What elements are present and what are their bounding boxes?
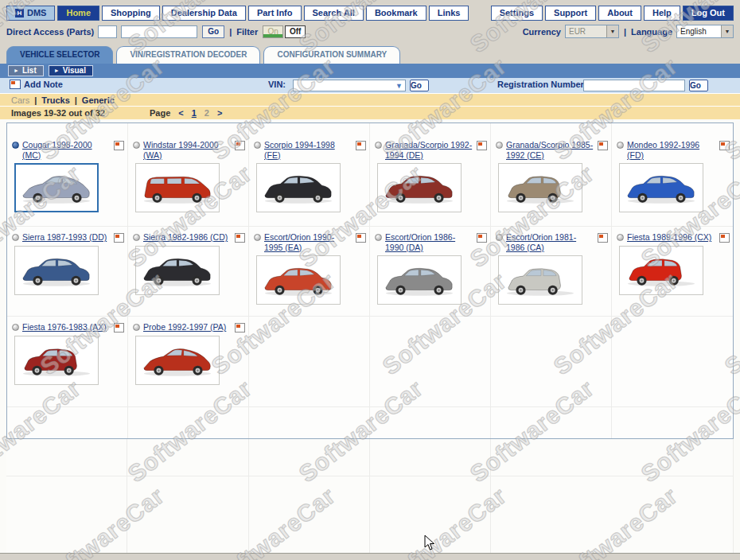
note-icon[interactable]: [719, 141, 730, 150]
note-icon[interactable]: [114, 233, 124, 243]
nav-dealership-data-button[interactable]: Dealership Data: [162, 6, 246, 21]
vehicle-link[interactable]: Windstar 1994-2000 (WA): [143, 140, 232, 160]
direct-access-go-button[interactable]: Go: [202, 25, 224, 38]
vehicle-thumbnail[interactable]: [619, 163, 703, 212]
registration-number-input[interactable]: [583, 80, 685, 91]
vehicle-link[interactable]: Sierra 1982-1986 (CD): [143, 232, 232, 243]
chevron-down-icon[interactable]: ▼: [721, 25, 733, 37]
chevron-down-icon[interactable]: ▼: [606, 25, 618, 37]
direct-access-input-1[interactable]: [98, 25, 117, 38]
car-image-sedan: [380, 166, 458, 209]
registration-go-button[interactable]: Go: [689, 80, 708, 91]
page-1-link[interactable]: 1: [192, 108, 197, 118]
nav-links-button[interactable]: Links: [429, 6, 469, 21]
note-icon[interactable]: [356, 233, 366, 243]
category-generic-link[interactable]: Generic: [82, 95, 115, 105]
vehicle-thumbnail[interactable]: [135, 246, 220, 295]
tab-configuration-summary[interactable]: CONFIGURATION SUMMARY: [263, 46, 400, 64]
vehicle-radio[interactable]: [254, 142, 261, 149]
nav-shopping-button[interactable]: Shopping: [102, 6, 160, 21]
vehicle-link[interactable]: Scorpio 1994-1998 (FE): [264, 140, 352, 160]
language-select[interactable]: English ▼: [676, 25, 734, 38]
vehicle-thumbnail[interactable]: [14, 336, 99, 385]
vehicle-radio[interactable]: [617, 234, 624, 241]
tab-vin-registration-decoder[interactable]: VIN/REGISTRATION DECODER: [116, 46, 260, 64]
vehicle-radio[interactable]: [496, 234, 503, 241]
vehicle-radio[interactable]: [12, 234, 19, 241]
vehicle-link[interactable]: Cougar 1998-2000 (MC): [22, 140, 111, 160]
note-icon[interactable]: [719, 233, 730, 243]
page-next-link[interactable]: >: [217, 108, 222, 118]
note-icon[interactable]: [477, 141, 487, 150]
vehicle-thumbnail[interactable]: [498, 255, 582, 305]
vehicle-radio[interactable]: [254, 234, 261, 241]
empty-cell: [7, 407, 128, 439]
nav-home-button[interactable]: Home: [57, 6, 99, 21]
note-icon[interactable]: [114, 141, 124, 150]
nav-search-all-button[interactable]: Search All: [304, 6, 364, 21]
vehicle-radio[interactable]: [375, 142, 382, 149]
vehicle-thumbnail[interactable]: [135, 163, 220, 212]
nav-settings-button[interactable]: Settings: [491, 6, 543, 21]
vehicle-radio[interactable]: [12, 324, 19, 331]
vehicle-thumbnail[interactable]: [619, 246, 703, 295]
nav-part-info-button[interactable]: Part Info: [248, 6, 302, 21]
vehicle-thumbnail[interactable]: [256, 255, 341, 305]
note-icon[interactable]: [598, 233, 608, 243]
visual-view-button[interactable]: ► Visual: [49, 65, 93, 76]
nav-dms-button[interactable]: H DMS: [6, 6, 55, 21]
nav-help-button[interactable]: Help: [644, 6, 680, 21]
vehicle-link[interactable]: Fiesta 1976-1983 (AX): [22, 322, 111, 332]
vehicle-thumbnail[interactable]: [498, 163, 582, 212]
add-note-button[interactable]: Add Note: [10, 80, 63, 89]
note-icon[interactable]: [114, 323, 124, 332]
vehicle-radio[interactable]: [12, 142, 19, 149]
vehicle-link[interactable]: Sierra 1987-1993 (DD): [22, 232, 111, 243]
vehicle-radio[interactable]: [617, 142, 624, 149]
vehicle-radio[interactable]: [133, 142, 140, 149]
category-trucks-link[interactable]: Trucks: [41, 95, 69, 105]
vehicle-thumbnail[interactable]: [135, 336, 220, 385]
vehicle-link[interactable]: Escort/Orion 1981-1986 (CA): [506, 232, 594, 252]
nav-bookmark-button[interactable]: Bookmark: [366, 6, 426, 21]
vehicle-radio[interactable]: [133, 324, 140, 331]
nav-about-button[interactable]: About: [598, 6, 641, 21]
vehicle-radio[interactable]: [496, 142, 503, 149]
filter-off-button[interactable]: Off: [285, 25, 306, 38]
note-icon[interactable]: [235, 233, 245, 243]
vehicle-radio[interactable]: [375, 234, 382, 241]
vehicle-link[interactable]: Mondeo 1992-1996 (FD): [627, 140, 716, 160]
note-icon[interactable]: [598, 141, 608, 150]
registration-number-label: Registration Number:: [497, 80, 586, 89]
note-icon[interactable]: [477, 233, 487, 243]
vin-select[interactable]: ▼: [293, 80, 406, 91]
vehicle-thumbnail[interactable]: [377, 163, 462, 212]
vehicle-thumbnail[interactable]: [14, 163, 99, 212]
currency-value: EUR: [566, 27, 606, 36]
page-prev-link[interactable]: <: [178, 108, 183, 118]
note-icon[interactable]: [356, 141, 366, 150]
vehicle-link[interactable]: Granada/Scorpio 1985-1992 (CE): [506, 140, 594, 160]
vin-go-button[interactable]: Go: [410, 80, 429, 91]
list-view-label: List: [22, 66, 37, 75]
direct-access-input-2[interactable]: [121, 25, 197, 38]
vehicle-link[interactable]: Probe 1992-1997 (PA): [143, 322, 232, 332]
nav-logout-button[interactable]: Log Out: [683, 6, 734, 21]
vehicle-link[interactable]: Fiesta 1989-1996 (CX): [627, 232, 716, 243]
tab-vehicle-selector[interactable]: VEHICLE SELECTOR: [6, 46, 113, 64]
nav-support-button[interactable]: Support: [545, 6, 596, 21]
vehicle-radio[interactable]: [133, 234, 140, 241]
vehicle-cell-ea: Escort/Orion 1990-1995 (EA): [249, 227, 370, 317]
filter-on-button[interactable]: On: [263, 25, 283, 38]
vehicle-link[interactable]: Escort/Orion 1986-1990 (DA): [385, 232, 473, 252]
note-icon[interactable]: [235, 323, 245, 332]
list-view-button[interactable]: ► List: [8, 65, 44, 76]
currency-select[interactable]: EUR ▼: [565, 25, 619, 38]
vehicle-thumbnail[interactable]: [256, 163, 341, 212]
vehicle-thumbnail[interactable]: [14, 246, 99, 295]
vehicle-link[interactable]: Granada/Scorpio 1992-1994 (DE): [385, 140, 473, 160]
vehicle-link[interactable]: Escort/Orion 1990-1995 (EA): [264, 232, 352, 252]
note-icon[interactable]: [235, 141, 245, 150]
vehicle-thumbnail[interactable]: [377, 255, 462, 305]
vehicle-cell-cd: Sierra 1982-1986 (CD): [128, 227, 249, 317]
